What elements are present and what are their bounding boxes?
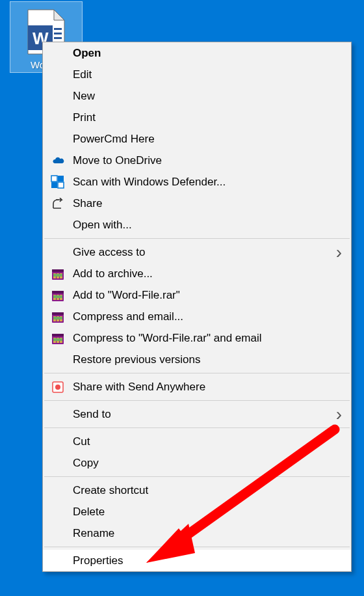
context-menu: OpenEditNewPrintPowerCmd HereMove to One… xyxy=(42,42,352,572)
menu-item-label: PowerCmd Here xyxy=(73,133,155,146)
menu-item-label: Open xyxy=(73,47,101,60)
menu-item-openwith[interactable]: Open with... xyxy=(43,214,351,236)
menu-item-onedrive[interactable]: Move to OneDrive xyxy=(43,150,351,171)
menu-item-label: Open with... xyxy=(73,219,132,232)
defender-icon xyxy=(49,175,66,189)
menu-item-label: Give access to xyxy=(73,246,146,259)
menu-separator xyxy=(44,427,350,428)
svg-rect-9 xyxy=(58,182,64,188)
menu-item-label: Add to archive... xyxy=(73,267,153,280)
menu-item-print[interactable]: Print xyxy=(43,107,351,128)
menu-item-label: Move to OneDrive xyxy=(73,154,162,167)
menu-item-new[interactable]: New xyxy=(43,85,351,107)
menu-item-open[interactable]: Open xyxy=(43,42,351,64)
menu-separator xyxy=(44,547,350,547)
menu-item-label: Send to xyxy=(73,408,111,421)
svg-rect-7 xyxy=(58,176,64,182)
menu-item-compressemail[interactable]: Compress and email... xyxy=(43,306,351,327)
svg-rect-29 xyxy=(52,334,64,336)
menu-item-defender[interactable]: Scan with Windows Defender... xyxy=(43,171,351,193)
winrar-icon xyxy=(49,310,66,323)
menu-item-cut[interactable]: Cut xyxy=(43,431,351,452)
svg-rect-23 xyxy=(52,312,64,315)
menu-separator xyxy=(44,476,350,477)
svg-rect-17 xyxy=(52,291,64,293)
chevron-right-icon: › xyxy=(336,404,342,425)
winrar-icon xyxy=(49,267,66,280)
menu-item-compressraremail[interactable]: Compress to "Word-File.rar" and email xyxy=(43,327,351,349)
menu-item-label: Copy xyxy=(73,457,99,470)
winrar-icon xyxy=(49,332,66,345)
menu-item-label: Share with Send Anywhere xyxy=(73,381,205,394)
menu-item-share[interactable]: Share xyxy=(43,193,351,214)
svg-rect-3 xyxy=(54,33,62,34)
menu-item-label: Scan with Windows Defender... xyxy=(73,176,226,189)
chevron-right-icon: › xyxy=(336,242,342,263)
menu-item-copy[interactable]: Copy xyxy=(43,452,351,474)
menu-item-label: Print xyxy=(73,111,96,124)
menu-item-restoreprev[interactable]: Restore previous versions xyxy=(43,349,351,370)
menu-item-giveaccess[interactable]: Give access to› xyxy=(43,241,351,263)
share-icon xyxy=(49,198,66,210)
menu-item-sendto[interactable]: Send to› xyxy=(43,403,351,425)
svg-rect-27 xyxy=(53,317,62,319)
svg-rect-6 xyxy=(51,176,57,182)
menu-item-addrar[interactable]: Add to "Word-File.rar" xyxy=(43,284,351,306)
menu-item-label: New xyxy=(73,90,95,103)
menu-item-createshortcut[interactable]: Create shortcut xyxy=(43,480,351,501)
menu-item-label: Edit xyxy=(73,68,92,81)
svg-rect-33 xyxy=(53,338,62,341)
menu-item-label: Restore previous versions xyxy=(73,353,201,366)
menu-item-label: Add to "Word-File.rar" xyxy=(73,289,180,302)
svg-rect-8 xyxy=(51,182,57,188)
svg-rect-4 xyxy=(54,37,62,39)
menu-item-sendanywhere[interactable]: Share with Send Anywhere xyxy=(43,376,351,398)
menu-separator xyxy=(44,238,350,239)
svg-rect-15 xyxy=(53,274,62,277)
menu-item-delete[interactable]: Delete xyxy=(43,501,351,522)
menu-item-label: Rename xyxy=(73,527,114,540)
menu-separator xyxy=(44,373,350,373)
svg-rect-11 xyxy=(52,269,64,272)
menu-item-edit[interactable]: Edit xyxy=(43,64,351,85)
svg-rect-21 xyxy=(53,295,62,298)
svg-point-35 xyxy=(55,385,60,390)
menu-item-rename[interactable]: Rename xyxy=(43,522,351,544)
menu-item-powercmd[interactable]: PowerCmd Here xyxy=(43,128,351,150)
menu-item-label: Compress to "Word-File.rar" and email xyxy=(73,332,261,345)
menu-item-label: Delete xyxy=(73,506,105,519)
winrar-icon xyxy=(49,289,66,302)
svg-rect-2 xyxy=(54,28,62,30)
onedrive-icon xyxy=(49,156,66,165)
sendanywhere-icon xyxy=(49,381,66,393)
menu-item-label: Cut xyxy=(73,435,90,448)
menu-item-label: Properties xyxy=(73,554,123,567)
menu-item-label: Create shortcut xyxy=(73,484,148,497)
menu-item-label: Share xyxy=(73,197,102,210)
menu-item-label: Compress and email... xyxy=(73,310,183,323)
menu-item-properties[interactable]: Properties xyxy=(43,550,351,571)
menu-item-addarchive[interactable]: Add to archive... xyxy=(43,263,351,284)
menu-separator xyxy=(44,400,350,401)
